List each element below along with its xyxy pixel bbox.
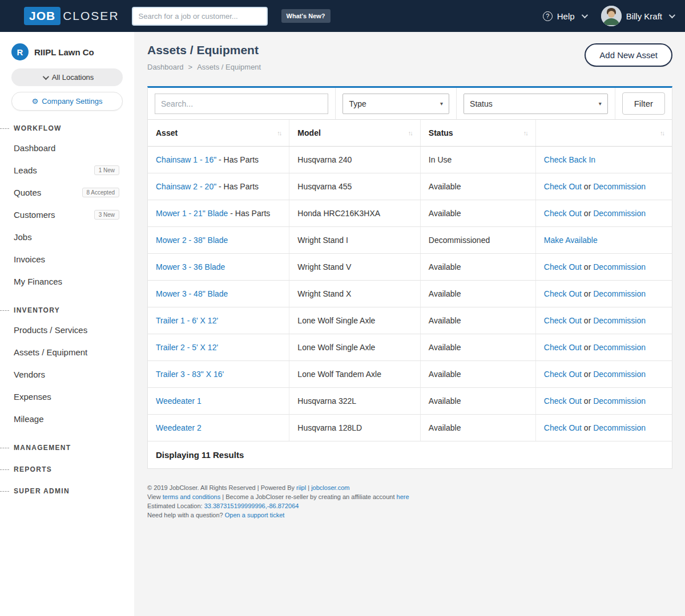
asset-link[interactable]: Trailer 3 - 83" X 16' — [156, 370, 224, 379]
type-select-value: Type — [349, 99, 366, 108]
results-count: Displaying 11 Results — [148, 441, 672, 469]
action-link[interactable]: Check Out — [544, 343, 582, 352]
footer-link[interactable]: 33.387315199999996,-86.872064 — [204, 502, 299, 509]
type-select[interactable]: Type ▾ — [342, 94, 449, 114]
company-avatar[interactable]: R — [11, 43, 29, 60]
action-separator: or — [582, 396, 593, 406]
footer-link[interactable]: terms and conditions — [163, 493, 221, 500]
actions-cell: Check Out or Decommission — [535, 415, 672, 441]
sidebar-item-label: Products / Services — [14, 325, 87, 335]
status-select[interactable]: Status ▾ — [464, 94, 608, 114]
sort-icon[interactable]: ↑↓ — [523, 129, 527, 136]
table-row: Mower 3 - 48" BladeWright Stand XAvailab… — [148, 281, 672, 307]
action-link[interactable]: Make Available — [544, 236, 598, 245]
action-separator: or — [582, 316, 593, 325]
action-link[interactable]: Check Out — [544, 396, 582, 406]
asset-link[interactable]: Mower 1 - 21" Blade — [156, 209, 228, 218]
sidebar-item-customers[interactable]: Customers3 New — [0, 204, 134, 226]
action-link[interactable]: Check Out — [544, 370, 582, 379]
breadcrumb-item-dashboard[interactable]: Dashboard — [147, 63, 184, 71]
asset-link[interactable]: Trailer 1 - 6' X 12' — [156, 316, 218, 325]
action-link[interactable]: Check Out — [544, 182, 582, 191]
sidebar-item-leads[interactable]: Leads1 New — [0, 159, 134, 181]
action-separator: or — [582, 423, 593, 432]
filter-button[interactable]: Filter — [622, 92, 665, 115]
sidebar-item-dashboard[interactable]: Dashboard — [0, 137, 134, 159]
asset-cell: Mower 3 - 48" Blade — [148, 281, 289, 307]
logo-job: JOB — [24, 7, 61, 25]
asset-cell: Trailer 1 - 6' X 12' — [148, 307, 289, 334]
locations-dropdown[interactable]: All Locations — [11, 68, 123, 86]
asset-link[interactable]: Mower 3 - 36 Blade — [156, 262, 225, 271]
add-new-asset-button[interactable]: Add New Asset — [585, 43, 672, 67]
sidebar-item-label: My Finances — [14, 277, 62, 286]
model-cell: Husqvarna 128LD — [289, 415, 421, 441]
footer-link[interactable]: jobcloser.com — [311, 484, 349, 491]
sidebar-item-jobs[interactable]: Jobs — [0, 226, 134, 248]
asset-link[interactable]: Trailer 2 - 5' X 12' — [156, 343, 218, 352]
footer-link[interactable]: Open a support ticket — [225, 512, 285, 518]
action-link[interactable]: Check Back In — [544, 155, 595, 164]
action-link[interactable]: Decommission — [593, 396, 646, 406]
action-link[interactable]: Decommission — [593, 209, 646, 218]
sidebar-item-assets-equipment[interactable]: Assets / Equipment — [0, 341, 134, 363]
column-header-model[interactable]: Model↑↓ — [289, 120, 421, 147]
global-search-input[interactable] — [132, 7, 268, 26]
user-menu[interactable]: Billy Kraft — [601, 6, 674, 26]
action-link[interactable]: Decommission — [593, 316, 646, 325]
footer-link[interactable]: riipl — [296, 484, 306, 491]
help-menu[interactable]: ? Help — [543, 11, 586, 21]
action-link[interactable]: Decommission — [593, 343, 646, 352]
sidebar-item-quotes[interactable]: Quotes8 Accepted — [0, 181, 134, 204]
action-separator: or — [582, 289, 593, 298]
action-link[interactable]: Check Out — [544, 262, 582, 271]
asset-link[interactable]: Chainsaw 2 - 20" — [156, 182, 216, 191]
asset-link[interactable]: Mower 3 - 48" Blade — [156, 289, 228, 298]
sort-icon[interactable]: ↑↓ — [277, 129, 281, 136]
section-label: INVENTORY — [14, 306, 60, 314]
sort-icon[interactable]: ↑↓ — [660, 129, 664, 136]
action-link[interactable]: Check Out — [544, 209, 582, 218]
filter-row: Type ▾ Status ▾ Filter — [148, 88, 672, 120]
action-link[interactable]: Check Out — [544, 316, 582, 325]
table-row: Weedeater 2Husqvarna 128LDAvailableCheck… — [148, 415, 672, 441]
asset-search-input[interactable] — [155, 94, 328, 114]
topbar: JOB CLOSER What's New? ? Help Billy Kraf… — [0, 0, 685, 32]
asset-cell: Chainsaw 1 - 16" - Has Parts — [148, 147, 289, 173]
whats-new-button[interactable]: What's New? — [281, 9, 331, 23]
status-cell: In Use — [420, 147, 535, 173]
sidebar-item-my-finances[interactable]: My Finances — [0, 270, 134, 293]
column-header-actions[interactable]: ↑↓ — [535, 120, 672, 147]
app-logo[interactable]: JOB CLOSER — [24, 7, 119, 25]
sidebar-item-mileage[interactable]: Mileage — [0, 408, 134, 430]
status-cell: Available — [420, 361, 535, 388]
action-link[interactable]: Decommission — [593, 289, 646, 298]
column-header-asset[interactable]: Asset↑↓ — [148, 120, 289, 147]
breadcrumb-separator: > — [188, 63, 193, 71]
column-header-status[interactable]: Status↑↓ — [420, 120, 535, 147]
sidebar-item-invoices[interactable]: Invoices — [0, 248, 134, 270]
asset-link[interactable]: Weedeater 2 — [156, 423, 202, 432]
company-settings-button[interactable]: ⚙ Company Settings — [11, 92, 123, 111]
asset-link[interactable]: Mower 2 - 38" Blade — [156, 236, 228, 245]
action-link[interactable]: Decommission — [593, 262, 646, 271]
table-row: Chainsaw 1 - 16" - Has PartsHusqvarna 24… — [148, 147, 672, 173]
section-dash — [0, 448, 9, 448]
chevron-down-icon — [42, 73, 49, 79]
sidebar-item-expenses[interactable]: Expenses — [0, 386, 134, 408]
action-link[interactable]: Decommission — [593, 370, 646, 379]
asset-link[interactable]: Weedeater 1 — [156, 396, 202, 406]
asset-link[interactable]: Chainsaw 1 - 16" — [156, 155, 216, 164]
sort-icon[interactable]: ↑↓ — [408, 129, 412, 136]
action-link[interactable]: Decommission — [593, 423, 646, 432]
sidebar-item-label: Quotes — [14, 188, 41, 197]
section-label: MANAGEMENT — [14, 444, 71, 452]
sidebar-item-products-services[interactable]: Products / Services — [0, 319, 134, 341]
sidebar-item-vendors[interactable]: Vendors — [0, 363, 134, 386]
footer-link[interactable]: here — [397, 493, 409, 500]
section-dash — [0, 491, 9, 492]
action-link[interactable]: Decommission — [593, 182, 646, 191]
action-link[interactable]: Check Out — [544, 289, 582, 298]
sidebar-section-workflow: WORKFLOW — [0, 124, 134, 132]
action-link[interactable]: Check Out — [544, 423, 582, 432]
